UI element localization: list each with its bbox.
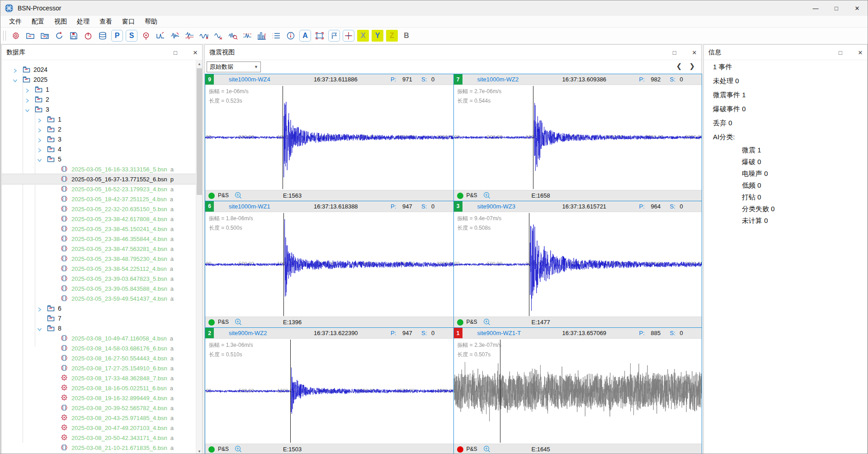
tree-folder-8[interactable]: 8 [2, 323, 196, 333]
axis-x-button[interactable]: X [357, 30, 369, 42]
tree-file-row[interactable]: 2025-03-08_20-39-52.565782_4.bsna [2, 403, 196, 413]
histogram-icon[interactable] [256, 30, 268, 42]
wave-edit-icon[interactable] [169, 30, 181, 42]
wave-flat-icon[interactable] [241, 30, 253, 42]
zoom-in-icon[interactable] [483, 445, 491, 454]
tree-folder-5[interactable]: 5 [2, 154, 196, 164]
tree-folder-3[interactable]: 3 [2, 134, 196, 144]
ps-toggle[interactable]: P&S [218, 192, 229, 199]
tree-file-row[interactable]: 2025-03-05_16-37-13.771552_6.bsnp [2, 174, 196, 184]
viewer-close-button[interactable]: ✕ [690, 49, 698, 56]
s-phase-button[interactable]: S [126, 30, 137, 42]
axis-z-button[interactable]: Z [386, 30, 398, 42]
chevron-collapsed-icon[interactable] [37, 127, 42, 132]
tree-file-row[interactable]: 2025-03-05_22-32-20.635150_5.bsna [2, 204, 196, 214]
waveform-panel-header[interactable]: 1site900m-WZ1-T16:37:13.657069P:885S:0 [454, 328, 702, 339]
waveform-plot-area[interactable]: 0.00500.001000.001500.002000.002500.0030… [205, 212, 453, 317]
location-icon[interactable] [140, 30, 152, 42]
tree-file-row[interactable]: 2025-03-08_10-49-47.116058_4.bsna [2, 333, 196, 343]
tree-folder-2024[interactable]: 2024 [2, 65, 196, 75]
wave-search-icon[interactable] [227, 30, 239, 42]
prev-event-button[interactable]: ❮ [676, 62, 682, 70]
tree-file-row[interactable]: 2025-03-05_23-38-45.150241_4.bsna [2, 224, 196, 234]
tree-file-row[interactable]: 2025-03-05_18-42-37.251125_4.bsna [2, 194, 196, 204]
tree-file-row[interactable]: 2025-03-08_14-58-03.686176_6.bsna [2, 343, 196, 353]
tree-file-row[interactable]: 2025-03-05_23-59-49.541437_4.bsna [2, 293, 196, 303]
tree-folder-3[interactable]: 3 [2, 104, 196, 114]
tree-file-row[interactable]: 2025-03-05_16-16-33.313156_5.bsna [2, 164, 196, 174]
tree-file-row[interactable]: 2025-03-08_17-33-48.362848_7.bsna [2, 373, 196, 383]
tree-file-row[interactable]: 2025-03-05_23-39-05.843588_4.bsna [2, 284, 196, 293]
chevron-collapsed-icon[interactable] [25, 87, 30, 92]
tree-file-row[interactable]: 2025-03-08_16-27-50.554443_4.bsna [2, 353, 196, 363]
refresh-icon[interactable] [53, 30, 65, 42]
tree-folder-7[interactable]: 7 [2, 313, 196, 323]
tree-file-row[interactable]: 2025-03-08_20-43-25.971485_4.bsna [2, 413, 196, 423]
chevron-collapsed-icon[interactable] [37, 147, 42, 152]
wave-multi-icon[interactable] [184, 30, 195, 42]
tree-file-row[interactable]: 2025-03-05_23-38-42.617808_4.bsna [2, 214, 196, 224]
tree-file-row[interactable]: 2025-03-05_23-38-48.795230_4.bsna [2, 254, 196, 264]
zoom-in-icon[interactable] [483, 318, 491, 327]
tree-file-row[interactable]: 2025-03-05_23-38-46.355844_4.bsna [2, 234, 196, 244]
flag-icon[interactable] [328, 30, 340, 42]
waveform-panel-header[interactable]: 7site1000m-WZ216:37:13.609386P:982S:0 [454, 74, 702, 85]
database-close-button[interactable]: ✕ [191, 49, 199, 56]
waveform-plot-area[interactable]: 0.00500.001000.001500.002000.002500.0030… [454, 339, 702, 444]
menu-item-3[interactable]: 视图 [49, 16, 72, 27]
viewer-float-button[interactable]: □ [670, 49, 679, 56]
chevron-collapsed-icon[interactable] [37, 306, 42, 311]
tree-file-row[interactable]: 2025-03-05_23-38-54.225112_4.bsna [2, 264, 196, 274]
info-float-button[interactable]: □ [836, 49, 844, 56]
menu-item-6[interactable]: 窗口 [117, 16, 140, 27]
zoom-in-icon[interactable] [234, 318, 242, 327]
tree-file-row[interactable]: 2025-03-05_23-38-47.563281_4.bsna [2, 244, 196, 254]
maximize-button[interactable]: □ [826, 0, 847, 16]
tree-folder-2025[interactable]: 2025 [2, 75, 196, 85]
tree-file-row[interactable]: 2025-03-08_21-10-21.671835_6.bsna [2, 443, 196, 453]
tree-file-row[interactable]: 2025-03-08_18-16-05.022511_6.bsna [2, 383, 196, 393]
wave-mute-icon[interactable] [212, 30, 224, 42]
wave-cut-icon[interactable] [198, 30, 210, 42]
waveform-plot-area[interactable]: 0.00500.001000.001500.002000.002500.0030… [454, 212, 702, 317]
power-icon[interactable] [82, 30, 94, 42]
chevron-expanded-icon[interactable] [13, 77, 18, 82]
wave-pick-icon[interactable] [155, 30, 166, 42]
menu-item-1[interactable]: 文件 [4, 16, 27, 27]
tree-file-row[interactable]: 2025-03-08_20-47-49.207103_4.bsna [2, 423, 196, 433]
folder-new-icon[interactable] [24, 30, 36, 42]
chevron-expanded-icon[interactable] [25, 107, 30, 112]
folder-open-icon[interactable] [39, 30, 51, 42]
axis-y-button[interactable]: Y [372, 30, 383, 42]
zoom-in-icon[interactable] [483, 191, 491, 201]
chevron-expanded-icon[interactable] [37, 326, 42, 331]
tree-folder-1[interactable]: 1 [2, 85, 196, 95]
waveform-panel-header[interactable]: 3site900m-WZ316:37:13.615721P:964S:0 [454, 201, 702, 212]
tree-file-row[interactable]: 2025-03-08_17-27-25.154910_6.bsna [2, 363, 196, 373]
waveform-plot-area[interactable]: 0.00500.001000.001500.002000.002500.0030… [454, 85, 702, 190]
p-phase-button[interactable]: P [111, 30, 123, 42]
ps-toggle[interactable]: P&S [218, 319, 229, 325]
chevron-collapsed-icon[interactable] [13, 67, 18, 72]
tree-file-row[interactable]: 2025-03-08_20-50-42.343171_4.bsna [2, 433, 196, 443]
database-float-button[interactable]: □ [171, 49, 179, 56]
ps-toggle[interactable]: P&S [467, 446, 477, 452]
menu-item-2[interactable]: 配置 [27, 16, 49, 27]
chevron-collapsed-icon[interactable] [25, 97, 30, 102]
tree-folder-6[interactable]: 6 [2, 303, 196, 313]
tree-file-row[interactable]: 2025-03-08_19-16-32.899449_4.bsna [2, 393, 196, 403]
zoom-in-icon[interactable] [234, 191, 242, 201]
tree-folder-1[interactable]: 1 [2, 114, 196, 124]
database-icon[interactable] [97, 30, 108, 42]
bold-b-button[interactable]: B [401, 30, 412, 42]
ps-toggle[interactable]: P&S [218, 446, 229, 452]
menu-item-7[interactable]: 帮助 [140, 16, 162, 27]
zoom-in-icon[interactable] [234, 445, 242, 454]
waveform-panel-header[interactable]: 6site1000m-WZ116:37:13.618388P:947S:0 [205, 201, 453, 212]
tree-scrollbar-thumb[interactable] [197, 68, 202, 195]
menu-item-5[interactable]: 查看 [94, 16, 117, 27]
tree-folder-2[interactable]: 2 [2, 124, 196, 134]
tree-file-row[interactable]: 2025-03-05_16-52-23.179923_4.bsna [2, 184, 196, 194]
tree-scrollbar[interactable]: ▲ ▼ [196, 60, 202, 454]
waveform-panel-header[interactable]: 2site900m-WZ216:37:13.622390P:947S:0 [205, 328, 453, 339]
